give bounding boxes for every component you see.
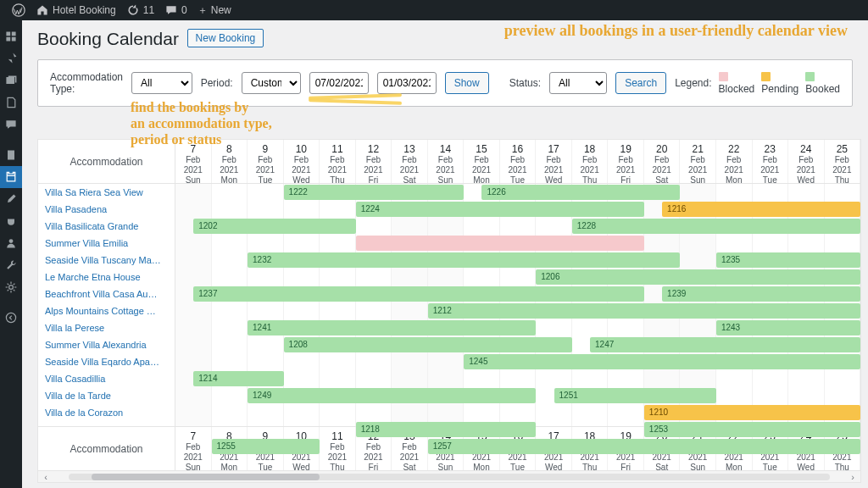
booking-bar[interactable]: 1245 xyxy=(464,354,860,369)
wordpress-icon xyxy=(12,3,25,17)
booking-bar[interactable]: 1241 xyxy=(248,320,536,336)
booking-bar[interactable]: 1237 xyxy=(193,286,644,302)
calendar-icon xyxy=(4,170,18,184)
new-booking-button[interactable]: New Booking xyxy=(187,29,264,47)
search-button[interactable]: Search xyxy=(615,72,666,94)
admin-bar: Hotel Booking 11 0 ＋ New xyxy=(0,0,868,20)
legend-label: Legend: xyxy=(675,77,711,89)
annotation-top: preview all bookings in a user-friendly … xyxy=(504,22,848,41)
booking-bar[interactable]: 1243 xyxy=(716,320,860,336)
calendar-row: 12551257 xyxy=(175,438,860,455)
menu-tools[interactable] xyxy=(0,254,22,276)
booking-bar[interactable] xyxy=(356,236,644,251)
booking-bar[interactable]: 1206 xyxy=(536,269,860,285)
booking-bar[interactable]: 1247 xyxy=(590,337,860,352)
calendar-row: 1210 xyxy=(175,404,860,421)
booking-bar[interactable]: 1249 xyxy=(248,388,536,403)
updates-count: 11 xyxy=(143,4,154,16)
menu-collapse[interactable] xyxy=(0,307,22,329)
calendar-row: 12411243 xyxy=(175,319,860,336)
day-header: 19Feb2021Fri xyxy=(608,140,644,183)
booking-bar[interactable]: 1214 xyxy=(193,371,283,386)
menu-dashboard[interactable] xyxy=(0,25,22,47)
menu-appearance[interactable] xyxy=(0,188,22,210)
menu-comments[interactable] xyxy=(0,114,22,136)
day-header: 8Feb2021Mon xyxy=(212,140,248,183)
status-select[interactable]: All xyxy=(549,72,607,94)
accommodation-link[interactable]: Villa de la Corazon xyxy=(38,404,175,421)
comments-link[interactable]: 0 xyxy=(159,3,192,17)
booking-bar[interactable]: 1208 xyxy=(284,337,572,352)
menu-bookings-current[interactable] xyxy=(0,166,22,188)
accommodation-link[interactable]: Le Marche Etna House xyxy=(38,269,175,286)
day-header: 25Feb2021Thu xyxy=(825,140,860,183)
date-from-input[interactable] xyxy=(309,72,369,94)
menu-media[interactable] xyxy=(0,69,22,92)
home-icon xyxy=(36,3,49,17)
menu-posts[interactable] xyxy=(0,47,22,69)
new-link[interactable]: ＋ New xyxy=(192,3,236,18)
menu-plugins[interactable] xyxy=(0,210,22,232)
legend-blocked: Blocked xyxy=(719,71,755,95)
accommodation-link[interactable]: Villa Sa Riera Sea View xyxy=(38,184,175,201)
scroll-right-arrow[interactable]: › xyxy=(845,472,860,482)
accommodation-footer: Accommodation xyxy=(38,426,175,470)
show-button[interactable]: Show xyxy=(445,72,489,94)
calendar-row: 12321235 xyxy=(175,252,860,269)
menu-users[interactable] xyxy=(0,232,22,254)
day-header: 20Feb2021Sat xyxy=(644,140,681,183)
booking-bar[interactable]: 1216 xyxy=(662,202,860,217)
day-header: 16Feb2021Tue xyxy=(500,140,537,183)
wp-logo[interactable] xyxy=(7,3,31,17)
booking-bar[interactable]: 1251 xyxy=(554,388,716,403)
calendar-row: 12021228 xyxy=(175,218,860,235)
accommodation-type-select[interactable]: All xyxy=(131,72,192,94)
booking-bar[interactable]: 1255 xyxy=(212,439,320,454)
booking-bar[interactable]: 1224 xyxy=(356,202,644,217)
accommodation-link[interactable]: Summer Villa Alexandria xyxy=(38,336,175,353)
scroll-left-arrow[interactable]: ‹ xyxy=(38,472,53,482)
accommodation-link[interactable]: Villa Pasadena xyxy=(38,201,175,218)
comments-icon xyxy=(4,118,18,131)
booking-bar[interactable]: 1257 xyxy=(428,439,860,454)
accommodation-link[interactable]: Villa de la Tarde xyxy=(38,387,175,404)
svg-point-1 xyxy=(9,239,14,243)
accommodation-link[interactable]: Seaside Villa Tuscany Ma… xyxy=(38,252,175,269)
calendar-scrollbar[interactable]: ‹ › xyxy=(38,470,860,482)
booking-bar[interactable]: 1222 xyxy=(284,185,465,200)
accommodation-link[interactable]: Seaside Villa Eqardo Apa… xyxy=(38,353,175,370)
booking-bar[interactable]: 1228 xyxy=(572,219,860,234)
booking-bar[interactable]: 1235 xyxy=(716,252,860,268)
date-to-input[interactable] xyxy=(377,72,437,94)
accommodation-header: Accommodation xyxy=(38,140,175,184)
booking-bar[interactable]: 1232 xyxy=(248,252,680,268)
day-header: 7Feb2021Sun xyxy=(175,140,212,183)
booking-bar[interactable]: 1210 xyxy=(644,405,860,420)
booking-bar[interactable]: 1239 xyxy=(662,286,860,302)
scroll-thumb[interactable] xyxy=(92,474,320,480)
menu-accommodation[interactable] xyxy=(0,144,22,166)
brush-icon xyxy=(4,192,18,206)
updates-link[interactable]: 11 xyxy=(121,3,159,17)
accommodation-link[interactable]: Villa Basilicata Grande xyxy=(38,218,175,235)
pages-icon xyxy=(4,96,18,109)
menu-settings[interactable] xyxy=(0,276,22,298)
comment-icon xyxy=(164,3,178,17)
booking-bar[interactable]: 1253 xyxy=(644,422,860,437)
accommodation-link[interactable]: Villa Casadillia xyxy=(38,370,175,387)
booking-bar[interactable]: 1212 xyxy=(428,303,860,319)
menu-pages[interactable] xyxy=(0,92,22,114)
accommodation-link[interactable]: Alps Mountains Cottage … xyxy=(38,302,175,319)
booking-bar[interactable]: 1202 xyxy=(193,219,355,234)
booking-bar[interactable]: 1226 xyxy=(481,185,680,200)
day-header: 14Feb2021Sun xyxy=(428,140,465,183)
period-select[interactable]: Custom xyxy=(242,72,301,94)
site-link[interactable]: Hotel Booking xyxy=(31,3,121,17)
booking-bar[interactable]: 1218 xyxy=(356,422,537,437)
accommodation-link[interactable]: Summer Villa Emilia xyxy=(38,235,175,252)
day-header: 11Feb2021Thu xyxy=(320,140,356,183)
scroll-track[interactable] xyxy=(69,474,830,480)
admin-sidebar xyxy=(0,20,22,488)
accommodation-link[interactable]: Beachfront Villa Casa Au… xyxy=(38,286,175,302)
accommodation-link[interactable]: Villa la Perese xyxy=(38,319,175,336)
